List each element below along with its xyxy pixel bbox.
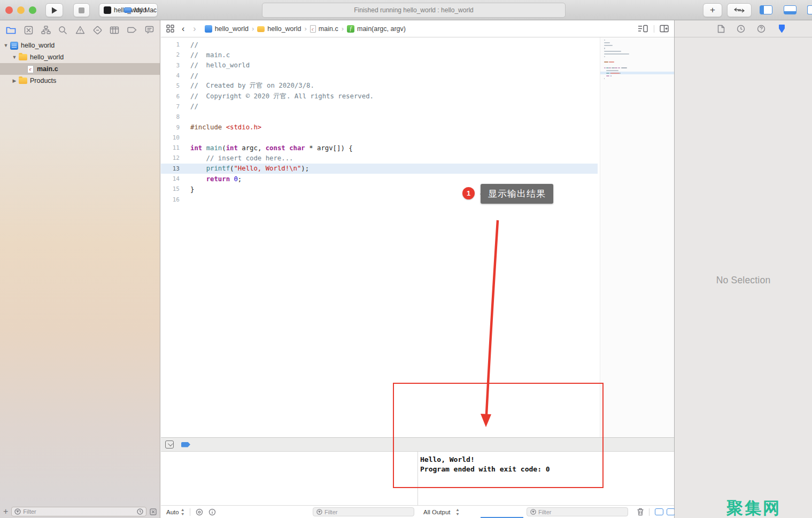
source-control-tab[interactable] [24,26,33,35]
stop-button[interactable] [73,3,90,17]
breadcrumb-group[interactable]: hello_world [267,25,301,33]
toggle-navigator-button[interactable] [760,5,772,14]
variables-view-mode[interactable]: Auto [166,509,179,515]
toggle-variables-view-button[interactable] [655,508,663,515]
source-editor[interactable]: 1//2// main.c3// hello_world4//5// Creat… [161,37,674,437]
folder-icon [19,54,27,60]
recent-files-clock-icon[interactable] [137,508,143,515]
breadcrumb-symbol[interactable]: main(argc, argv) [357,25,406,33]
code-text: // [184,103,198,110]
tree-item-label: hello_world [21,42,55,49]
minimap-line [604,51,621,52]
hide-debug-area-button[interactable] [165,440,174,449]
code-text: // hello_world [184,61,250,69]
toggle-debug-area-button[interactable] [784,5,796,14]
zoom-window-button[interactable] [29,6,36,14]
history-inspector-tab[interactable] [737,25,745,33]
code-line[interactable]: 10 [161,133,598,143]
filter-funnel-icon [14,508,21,515]
back-button[interactable]: ‹ [182,24,184,34]
code-line[interactable]: 14 return 0; [161,174,598,184]
test-navigator-tab[interactable] [93,26,102,35]
tree-item-group[interactable]: ▼ hello_world [0,51,160,63]
code-line[interactable]: 4// [161,71,598,81]
code-line[interactable]: 5// Created by 亓官 on 2020/3/8. [161,81,598,91]
adjust-editor-options-icon[interactable] [638,25,648,33]
code-text: // Created by 亓官 on 2020/3/8. [184,81,314,90]
run-destination[interactable]: My Mac [124,3,157,17]
minimap-line [615,67,617,68]
code-line[interactable]: 9#include <stdio.h> [161,122,598,132]
find-navigator-tab[interactable] [58,26,67,35]
code-line[interactable]: 8 [161,112,598,122]
chevron-right-icon: › [252,25,254,33]
code-line[interactable]: 1// [161,40,598,50]
project-icon [10,42,18,50]
toggle-console-view-button[interactable] [667,508,675,515]
minimize-window-button[interactable] [17,6,25,14]
quick-help-inspector-tab[interactable] [757,25,765,33]
minimap-line [612,67,615,68]
code-line[interactable]: 13 printf("Hello, World!\n"); [161,164,598,174]
symbol-navigator-tab[interactable] [41,26,51,34]
line-number: 5 [161,82,184,89]
scope-icon[interactable] [196,508,203,516]
related-items-icon[interactable] [166,25,174,33]
toggle-inspector-button[interactable] [807,5,812,14]
c-file-icon: c [27,65,34,73]
variables-filter-field[interactable]: Filter [313,507,414,516]
source-control-status-icon[interactable] [150,508,157,515]
code-line[interactable]: 6// Copyright © 2020 亓官. All rights rese… [161,91,598,101]
function-icon: f [347,25,354,33]
minimap[interactable] [600,37,674,437]
editor-mode-button[interactable] [727,3,752,17]
disclosure-triangle-icon[interactable]: ▼ [12,55,17,60]
disclosure-triangle-icon[interactable]: ▶ [12,78,17,83]
code-line[interactable]: 11int main(int argc, const char * argv[]… [161,143,598,153]
line-number: 8 [161,113,184,120]
issue-navigator-tab[interactable] [75,26,85,34]
inspector-tab-bar [675,20,812,37]
navigator-filter-bar: + Filter [0,505,160,518]
navigator-filter-field[interactable]: Filter [11,507,146,516]
run-button[interactable] [45,3,63,17]
filter-placeholder: Filter [23,508,36,515]
library-add-button[interactable]: + [703,3,722,17]
code-line[interactable]: 2// main.c [161,50,598,60]
report-navigator-tab[interactable] [145,26,154,34]
project-navigator-tab[interactable] [6,26,16,34]
code-text: // main.c [184,51,230,59]
code-line[interactable]: 12 // insert code here... [161,153,598,163]
console-filter-field[interactable]: Filter [527,507,628,516]
quick-actions-tab-selected[interactable] [777,24,786,33]
forward-button[interactable]: › [193,24,196,34]
tree-item-project[interactable]: ▼ hello_world [0,40,160,51]
console-splitter[interactable] [417,452,418,505]
trash-icon[interactable] [637,508,644,516]
add-item-icon[interactable]: + [3,507,8,516]
breakpoint-navigator-tab[interactable] [127,27,137,33]
breakpoints-toggle-icon[interactable] [181,442,190,447]
breadcrumb-project[interactable]: hello_world [215,25,249,33]
scheme-target-icon [104,6,111,14]
breadcrumb-file[interactable]: main.c [319,25,338,33]
code-text: printf("Hello, World!\n"); [184,165,309,172]
close-window-button[interactable] [5,6,13,14]
code-text: #include <stdio.h> [184,123,261,131]
tree-item-main-c[interactable]: c main.c [0,63,160,75]
tree-item-products[interactable]: ▶ Products [0,75,160,87]
debug-console-area[interactable]: Hello, World! Program ended with exit co… [161,452,674,505]
code-text: // insert code here... [184,154,293,162]
annotation-step-badge: 1 [462,187,475,199]
divider [190,508,190,516]
file-inspector-tab[interactable] [717,25,725,33]
code-line[interactable]: 7// [161,102,598,112]
code-line[interactable]: 3// hello_world [161,60,598,71]
line-number: 3 [161,62,184,69]
console-output-mode[interactable]: All Output [423,509,451,515]
info-icon[interactable] [208,508,216,516]
code-lines: 1//2// main.c3// hello_world4//5// Creat… [161,40,598,205]
add-editor-icon[interactable] [660,25,669,33]
debug-navigator-tab[interactable] [110,26,119,34]
disclosure-triangle-icon[interactable]: ▼ [3,43,9,48]
